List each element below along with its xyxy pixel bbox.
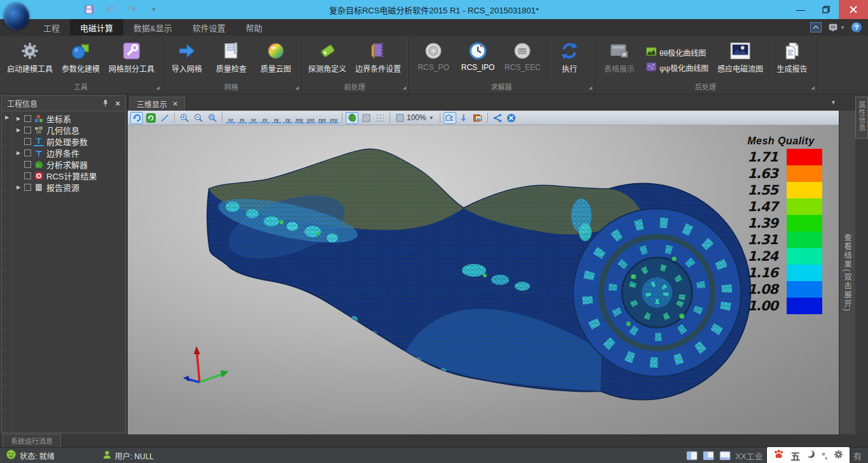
tab-em-computation[interactable]: 电磁计算 [70, 19, 123, 36]
group-label-tools: 工具 [74, 83, 88, 91]
view-orientation-button[interactable]: zy [271, 113, 281, 123]
wireframe-grid-icon[interactable] [374, 112, 386, 124]
tree-checkbox[interactable] [24, 127, 31, 134]
tab-help[interactable]: 帮助 [236, 19, 273, 36]
tree-item-geometry-info[interactable]: ▶ 几何信息 [13, 124, 125, 135]
expand-arrow-icon[interactable]: ▶ [15, 184, 22, 190]
tree-item-boundary-conditions[interactable]: ▶ 边界条件 [13, 147, 125, 158]
tab-data-display[interactable]: 数据&显示 [123, 19, 182, 36]
tree-item-rcs-results[interactable]: RCS计算结果 [13, 170, 125, 181]
tree-item-preprocess-params[interactable]: T 前处理参数 [13, 135, 125, 147]
panel-dropdown-icon[interactable]: ▼ [831, 99, 836, 106]
restore-button[interactable] [813, 0, 839, 19]
quality-cloud-button[interactable]: 质量云图 [254, 38, 297, 83]
rcs-ipo-button[interactable]: RCS_IPO [456, 38, 499, 83]
sphere-square-icon [71, 39, 91, 63]
group-expand-icon[interactable]: ◢ [156, 83, 159, 92]
tab-software-settings[interactable]: 软件设置 [182, 19, 236, 36]
theta-polar-curve-button[interactable]: θθ极化曲线图 [646, 47, 709, 58]
view-orientation-button[interactable]: xz [226, 113, 236, 123]
help-icon[interactable]: ? [851, 22, 862, 32]
ime-settings-gear-icon[interactable] [834, 450, 843, 462]
view-orientation-button[interactable]: zx [260, 113, 270, 123]
parametric-modeling-button[interactable]: 参数化建模 [58, 38, 104, 83]
expand-arrow-icon[interactable]: ▶ [15, 150, 22, 156]
ime-punct-key[interactable]: °, [822, 451, 827, 460]
shaded-view-icon[interactable] [346, 112, 358, 124]
execute-button[interactable]: 执行 [548, 38, 591, 83]
ime-toolbar[interactable]: 五 °, [767, 447, 850, 463]
psi-polar-curve-button[interactable]: ψψ极化曲线图 [646, 62, 709, 73]
save-image-icon[interactable] [458, 112, 470, 124]
tree-checkbox[interactable] [24, 172, 31, 179]
generate-report-button[interactable]: 生成报告 [770, 38, 813, 83]
zoom-out-icon[interactable] [192, 112, 205, 124]
panel-close-icon[interactable]: × [115, 99, 120, 107]
view-orientation-button[interactable]: zxy [294, 113, 304, 123]
expand-arrow-icon[interactable]: ▶ [15, 127, 22, 133]
collapse-ribbon-icon[interactable] [810, 22, 822, 32]
layout-bottom-panel-icon[interactable] [719, 450, 731, 461]
ime-moon-icon[interactable] [806, 450, 815, 461]
status-smiley-icon [6, 450, 16, 461]
layout-left-bottom-panel-icon[interactable] [702, 450, 715, 461]
view-orientation-button[interactable]: xz [248, 113, 259, 123]
ime-wubi-key[interactable]: 五 [790, 449, 800, 462]
rotate-view-icon[interactable] [130, 112, 143, 124]
image-gallery-icon[interactable] [471, 112, 484, 124]
boundary-condition-settings-button[interactable]: 边界条件设置 [351, 38, 405, 83]
display-style-icon[interactable]: ▼ [828, 23, 845, 32]
gutter-arrow-icon[interactable]: ▶ [2, 114, 12, 120]
layout-left-panel-icon[interactable] [686, 450, 698, 461]
zoom-fit-icon[interactable] [206, 112, 219, 124]
view-orientation-button[interactable]: zyx [317, 113, 327, 123]
properties-tab[interactable]: 属性信息 [855, 97, 868, 139]
start-modeling-tools-button[interactable]: 启动建模工具 [3, 38, 57, 83]
system-messages-tab[interactable]: 系统运行消息 [3, 434, 61, 447]
zoom-level-select[interactable]: 100% ▼ [393, 113, 437, 122]
close-button[interactable] [839, 0, 868, 19]
report-pages-icon [782, 39, 801, 63]
3d-canvas[interactable]: Mesh Quality 1.71 1.63 1.55 1.47 1.39 1.… [128, 125, 839, 434]
dropdown-arrow-icon: ▼ [429, 115, 434, 121]
view-orientation-button[interactable]: zxy [329, 113, 339, 123]
group-expand-icon[interactable]: ◢ [295, 83, 299, 92]
view-orientation-button[interactable]: zx [237, 113, 247, 123]
quality-check-button[interactable]: 质量检查 [210, 38, 253, 83]
tree-checkbox[interactable] [24, 161, 31, 168]
minimize-button[interactable]: — [788, 0, 813, 19]
expand-arrow-icon[interactable]: ▶ [15, 116, 22, 121]
pin-icon[interactable] [102, 98, 109, 109]
tree-gutter: ▶ [2, 111, 13, 432]
flat-view-icon[interactable] [360, 112, 372, 124]
induced-current-map-button[interactable]: 感应电磁流图 [714, 38, 767, 83]
pan-zoom-icon[interactable] [158, 112, 171, 124]
ime-paw-icon[interactable] [773, 449, 784, 462]
share-icon[interactable] [491, 112, 504, 124]
probe-angle-button[interactable]: 探测角定义 [304, 38, 350, 83]
tab-project[interactable]: 工程 [33, 19, 70, 36]
tree-item-report-resources[interactable]: ▶ 报告资源 [13, 181, 125, 193]
tree-checkbox[interactable] [24, 149, 31, 156]
group-expand-icon[interactable]: ◢ [811, 83, 815, 92]
import-mesh-button[interactable]: 导入网格 [165, 38, 208, 83]
close-circle-icon[interactable] [505, 112, 518, 124]
tree-checkbox[interactable] [24, 184, 31, 191]
view-orientation-button[interactable]: yxz [306, 113, 316, 123]
capture-region-icon[interactable] [444, 112, 456, 124]
status-text: 状态: 就绪 [20, 450, 55, 461]
tree-checkbox[interactable] [24, 115, 31, 122]
mesh-partition-tools-button[interactable]: 网格剖分工具 [105, 38, 158, 83]
refresh-view-icon[interactable] [144, 112, 157, 124]
tab-3d-display[interactable]: 三维显示 ✕ [130, 97, 185, 111]
tab-close-icon[interactable]: ✕ [172, 100, 178, 108]
results-collapsed-bar[interactable]: 查看结果(双击展开) [839, 111, 855, 434]
view-orientation-button[interactable]: zy [283, 113, 293, 123]
group-expand-icon[interactable]: ◢ [403, 83, 406, 92]
app-logo-icon[interactable] [4, 3, 29, 30]
group-expand-icon[interactable]: ◢ [588, 83, 592, 92]
tree-item-coordinate-system[interactable]: ▶ 坐标系 [13, 113, 125, 124]
zoom-in-icon[interactable] [178, 112, 191, 124]
tree-item-solver[interactable]: 分析求解器 [13, 158, 125, 170]
tree-checkbox[interactable] [24, 138, 31, 145]
